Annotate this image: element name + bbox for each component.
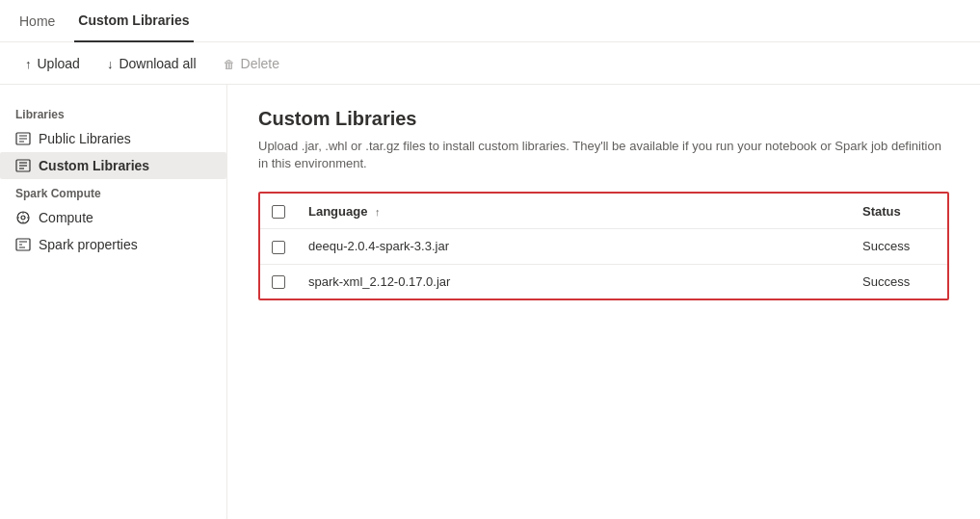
main-layout: Libraries Public Libraries	[0, 85, 980, 519]
row-status-0: Success	[851, 228, 947, 264]
svg-point-9	[21, 216, 25, 220]
upload-icon	[25, 56, 32, 71]
sidebar-item-public-libraries-label: Public Libraries	[39, 131, 131, 146]
nav-home[interactable]: Home	[15, 0, 59, 42]
nav-custom-libraries[interactable]: Custom Libraries	[74, 0, 193, 42]
sidebar-section-spark-compute: Spark Compute	[0, 179, 226, 204]
sidebar-item-custom-libraries-label: Custom Libraries	[39, 158, 149, 173]
page-title: Custom Libraries	[258, 108, 949, 130]
sidebar-section-libraries: Libraries	[0, 100, 226, 125]
table-header-row: Language ↑ Status	[260, 194, 947, 228]
content-area: Custom Libraries Upload .jar, .whl or .t…	[227, 85, 980, 519]
toolbar: Upload Download all Delete	[0, 42, 980, 85]
row-filename-1: spark-xml_2.12-0.17.0.jar	[297, 264, 851, 298]
custom-libraries-icon	[15, 158, 31, 173]
sidebar-item-compute[interactable]: Compute	[0, 204, 226, 231]
libraries-table: Language ↑ Status deequ-2.0.4-spark-3.3.…	[260, 194, 947, 298]
row-status-1: Success	[851, 264, 947, 298]
svg-rect-14	[16, 239, 30, 250]
download-icon	[107, 56, 114, 71]
select-all-checkbox[interactable]	[272, 205, 285, 219]
row-checkbox-0[interactable]	[272, 241, 285, 254]
delete-button[interactable]: Delete	[214, 52, 289, 75]
sidebar-item-compute-label: Compute	[39, 210, 93, 225]
sidebar-item-public-libraries[interactable]: Public Libraries	[0, 125, 226, 152]
delete-icon	[224, 56, 235, 71]
row-checkbox-cell	[260, 228, 297, 264]
sidebar-item-custom-libraries[interactable]: Custom Libraries	[0, 152, 226, 179]
download-all-button[interactable]: Download all	[97, 52, 206, 75]
row-checkbox-1[interactable]	[272, 275, 285, 289]
row-checkbox-cell	[260, 264, 297, 298]
libraries-table-container: Language ↑ Status deequ-2.0.4-spark-3.3.…	[258, 192, 949, 300]
table-row: deequ-2.0.4-spark-3.3.jar Success	[260, 228, 947, 264]
compute-icon	[15, 210, 31, 225]
table-row: spark-xml_2.12-0.17.0.jar Success	[260, 264, 947, 298]
top-nav: Home Custom Libraries	[0, 0, 980, 42]
row-filename-0: deequ-2.0.4-spark-3.3.jar	[297, 228, 851, 264]
page-description: Upload .jar, .whl or .tar.gz files to in…	[258, 138, 949, 172]
sidebar: Libraries Public Libraries	[0, 85, 227, 519]
public-libraries-icon	[15, 131, 31, 146]
col-header-check	[260, 194, 297, 228]
upload-button[interactable]: Upload	[15, 52, 90, 75]
sort-arrow-icon: ↑	[375, 206, 381, 218]
col-header-status: Status	[851, 194, 947, 228]
col-header-language[interactable]: Language ↑	[297, 194, 851, 228]
sidebar-item-spark-properties-label: Spark properties	[39, 237, 138, 252]
sidebar-item-spark-properties[interactable]: Spark properties	[0, 231, 226, 258]
spark-properties-icon	[15, 237, 31, 252]
